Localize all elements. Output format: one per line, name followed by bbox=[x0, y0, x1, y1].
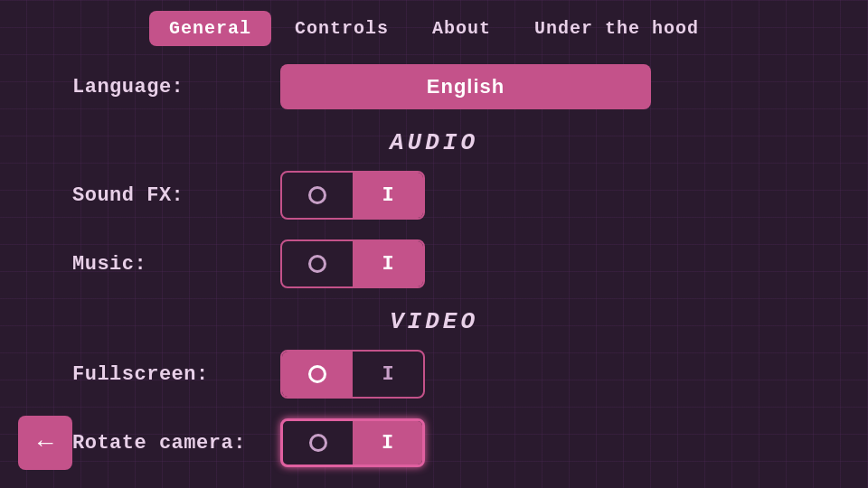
tabs-bar: General Controls About Under the hood bbox=[0, 0, 868, 55]
rotate-camera-on[interactable]: I bbox=[353, 421, 422, 465]
sound-fx-on[interactable]: I bbox=[353, 173, 423, 218]
music-on-label: I bbox=[382, 253, 393, 276]
tab-general[interactable]: General bbox=[149, 11, 271, 46]
tab-controls[interactable]: Controls bbox=[275, 11, 409, 46]
sound-fx-off-icon bbox=[308, 186, 326, 204]
sound-fx-toggle[interactable]: I bbox=[280, 171, 425, 220]
music-on[interactable]: I bbox=[353, 241, 423, 286]
fullscreen-on-label: I bbox=[382, 363, 393, 386]
tab-about[interactable]: About bbox=[412, 11, 511, 46]
sound-fx-on-label: I bbox=[382, 184, 393, 207]
fullscreen-row: Fullscreen: I bbox=[72, 350, 796, 399]
settings-content: Language: English AUDIO Sound FX: I Musi… bbox=[0, 55, 868, 488]
rotate-camera-off-icon bbox=[309, 434, 327, 452]
language-button[interactable]: English bbox=[280, 64, 651, 109]
language-label: Language: bbox=[72, 76, 280, 99]
music-off-icon bbox=[308, 255, 326, 273]
language-row: Language: English bbox=[72, 64, 796, 109]
fullscreen-off[interactable] bbox=[282, 352, 353, 397]
fullscreen-on[interactable]: I bbox=[353, 352, 423, 397]
rotate-camera-on-label: I bbox=[382, 432, 393, 455]
audio-section-header: AUDIO bbox=[72, 129, 796, 156]
video-section-header: VIDEO bbox=[72, 308, 796, 335]
music-toggle[interactable]: I bbox=[280, 239, 425, 288]
music-off[interactable] bbox=[282, 241, 353, 286]
music-label: Music: bbox=[72, 253, 280, 276]
fullscreen-toggle[interactable]: I bbox=[280, 350, 425, 399]
sound-fx-label: Sound FX: bbox=[72, 184, 280, 207]
music-row: Music: I bbox=[72, 239, 796, 288]
fullscreen-off-icon bbox=[308, 365, 326, 383]
sound-fx-row: Sound FX: I bbox=[72, 171, 796, 220]
rotate-camera-off[interactable] bbox=[283, 421, 353, 465]
back-arrow-icon: ← bbox=[33, 430, 58, 455]
rotate-camera-row: Rotate camera: I bbox=[72, 418, 796, 467]
rotate-camera-toggle[interactable]: I bbox=[280, 418, 425, 467]
tab-under-the-hood[interactable]: Under the hood bbox=[514, 11, 719, 46]
sound-fx-off[interactable] bbox=[282, 173, 353, 218]
rotate-camera-label: Rotate camera: bbox=[72, 432, 280, 455]
fullscreen-label: Fullscreen: bbox=[72, 363, 280, 386]
back-button[interactable]: ← bbox=[18, 416, 72, 470]
